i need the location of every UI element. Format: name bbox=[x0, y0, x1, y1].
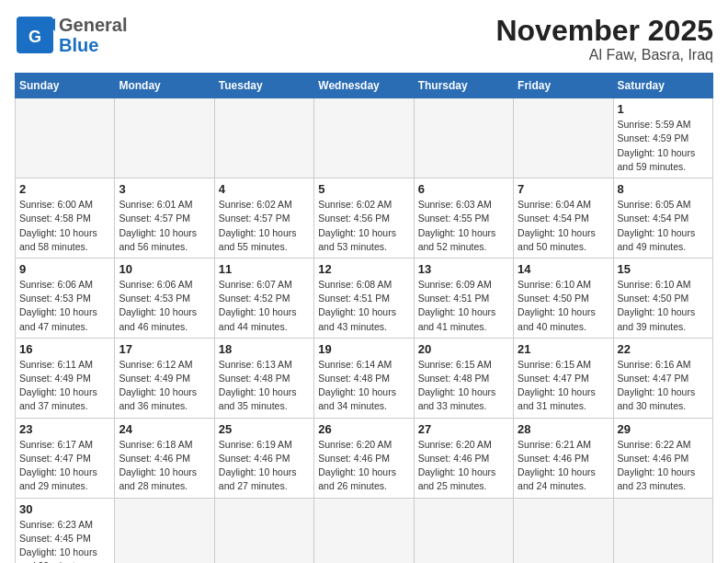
day-number: 26 bbox=[318, 422, 409, 436]
day-info: Sunrise: 6:03 AMSunset: 4:55 PMDaylight:… bbox=[418, 198, 509, 254]
day-number: 2 bbox=[19, 182, 110, 196]
day-number: 6 bbox=[418, 182, 509, 196]
day-info: Sunrise: 6:14 AMSunset: 4:48 PMDaylight:… bbox=[318, 358, 409, 414]
calendar-cell: 30Sunrise: 6:23 AMSunset: 4:45 PMDayligh… bbox=[16, 498, 115, 563]
day-number: 10 bbox=[119, 262, 210, 276]
calendar-cell: 22Sunrise: 6:16 AMSunset: 4:47 PMDayligh… bbox=[613, 338, 712, 418]
logo-blue: Blue bbox=[59, 35, 98, 55]
day-number: 25 bbox=[219, 422, 310, 436]
day-number: 14 bbox=[518, 262, 609, 276]
day-info: Sunrise: 6:10 AMSunset: 4:50 PMDaylight:… bbox=[518, 278, 609, 334]
calendar-cell bbox=[214, 98, 313, 178]
calendar-table: SundayMondayTuesdayWednesdayThursdayFrid… bbox=[15, 73, 713, 563]
day-info: Sunrise: 6:20 AMSunset: 4:46 PMDaylight:… bbox=[418, 438, 509, 494]
calendar-cell: 24Sunrise: 6:18 AMSunset: 4:46 PMDayligh… bbox=[115, 418, 214, 498]
calendar-cell bbox=[414, 498, 513, 563]
day-info: Sunrise: 6:20 AMSunset: 4:46 PMDaylight:… bbox=[318, 438, 409, 494]
header-tuesday: Tuesday bbox=[214, 74, 313, 98]
calendar-cell: 2Sunrise: 6:00 AMSunset: 4:58 PMDaylight… bbox=[16, 178, 115, 259]
logo-general: General bbox=[59, 15, 127, 35]
day-number: 12 bbox=[318, 262, 409, 276]
day-number: 11 bbox=[219, 262, 310, 276]
day-info: Sunrise: 6:01 AMSunset: 4:57 PMDaylight:… bbox=[119, 198, 210, 254]
calendar-cell: 12Sunrise: 6:08 AMSunset: 4:51 PMDayligh… bbox=[314, 258, 414, 338]
calendar-week-row: 23Sunrise: 6:17 AMSunset: 4:47 PMDayligh… bbox=[16, 418, 713, 498]
day-info: Sunrise: 5:59 AMSunset: 4:59 PMDaylight:… bbox=[618, 118, 709, 174]
calendar-cell: 19Sunrise: 6:14 AMSunset: 4:48 PMDayligh… bbox=[314, 338, 414, 418]
day-number: 29 bbox=[618, 422, 709, 436]
month-title: November 2025 bbox=[495, 15, 713, 47]
calendar-week-row: 16Sunrise: 6:11 AMSunset: 4:49 PMDayligh… bbox=[16, 338, 713, 418]
calendar-cell: 27Sunrise: 6:20 AMSunset: 4:46 PMDayligh… bbox=[414, 418, 513, 498]
day-info: Sunrise: 6:18 AMSunset: 4:46 PMDaylight:… bbox=[119, 438, 210, 494]
day-info: Sunrise: 6:09 AMSunset: 4:51 PMDaylight:… bbox=[418, 278, 509, 334]
header-wednesday: Wednesday bbox=[314, 74, 414, 98]
day-info: Sunrise: 6:15 AMSunset: 4:47 PMDaylight:… bbox=[518, 358, 609, 414]
day-number: 28 bbox=[518, 422, 609, 436]
day-number: 24 bbox=[119, 422, 210, 436]
day-info: Sunrise: 6:04 AMSunset: 4:54 PMDaylight:… bbox=[518, 198, 609, 254]
day-info: Sunrise: 6:08 AMSunset: 4:51 PMDaylight:… bbox=[318, 278, 409, 334]
location-title: Al Faw, Basra, Iraq bbox=[495, 47, 713, 63]
day-number: 5 bbox=[318, 182, 409, 196]
calendar-cell: 6Sunrise: 6:03 AMSunset: 4:55 PMDaylight… bbox=[414, 178, 513, 259]
day-number: 7 bbox=[518, 182, 609, 196]
day-number: 17 bbox=[119, 342, 210, 356]
day-info: Sunrise: 6:19 AMSunset: 4:46 PMDaylight:… bbox=[219, 438, 310, 494]
day-info: Sunrise: 6:00 AMSunset: 4:58 PMDaylight:… bbox=[19, 198, 110, 254]
calendar-cell bbox=[414, 98, 513, 178]
day-info: Sunrise: 6:11 AMSunset: 4:49 PMDaylight:… bbox=[19, 358, 110, 414]
header-monday: Monday bbox=[115, 74, 214, 98]
day-number: 19 bbox=[318, 342, 409, 356]
day-number: 27 bbox=[418, 422, 509, 436]
day-number: 9 bbox=[19, 262, 110, 276]
calendar-cell: 10Sunrise: 6:06 AMSunset: 4:53 PMDayligh… bbox=[115, 258, 214, 338]
day-number: 3 bbox=[119, 182, 210, 196]
title-area: November 2025 Al Faw, Basra, Iraq bbox=[495, 15, 713, 63]
day-info: Sunrise: 6:10 AMSunset: 4:50 PMDaylight:… bbox=[618, 278, 709, 334]
calendar-week-row: 9Sunrise: 6:06 AMSunset: 4:53 PMDaylight… bbox=[16, 258, 713, 338]
day-number: 20 bbox=[418, 342, 509, 356]
calendar-cell bbox=[314, 98, 414, 178]
header-saturday: Saturday bbox=[613, 74, 712, 98]
calendar-cell bbox=[514, 498, 613, 563]
calendar-cell: 11Sunrise: 6:07 AMSunset: 4:52 PMDayligh… bbox=[214, 258, 313, 338]
day-info: Sunrise: 6:05 AMSunset: 4:54 PMDaylight:… bbox=[618, 198, 709, 254]
calendar-cell: 26Sunrise: 6:20 AMSunset: 4:46 PMDayligh… bbox=[314, 418, 414, 498]
day-number: 4 bbox=[219, 182, 310, 196]
calendar-cell: 4Sunrise: 6:02 AMSunset: 4:57 PMDaylight… bbox=[214, 178, 313, 259]
calendar-cell: 13Sunrise: 6:09 AMSunset: 4:51 PMDayligh… bbox=[414, 258, 513, 338]
day-number: 22 bbox=[618, 342, 709, 356]
calendar-cell: 7Sunrise: 6:04 AMSunset: 4:54 PMDaylight… bbox=[514, 178, 613, 259]
day-number: 13 bbox=[418, 262, 509, 276]
header-sunday: Sunday bbox=[16, 74, 115, 98]
day-info: Sunrise: 6:16 AMSunset: 4:47 PMDaylight:… bbox=[618, 358, 709, 414]
calendar-cell: 25Sunrise: 6:19 AMSunset: 4:46 PMDayligh… bbox=[214, 418, 313, 498]
day-number: 23 bbox=[19, 422, 110, 436]
calendar-week-row: 2Sunrise: 6:00 AMSunset: 4:58 PMDaylight… bbox=[16, 178, 713, 259]
day-info: Sunrise: 6:02 AMSunset: 4:56 PMDaylight:… bbox=[318, 198, 409, 254]
calendar-cell: 20Sunrise: 6:15 AMSunset: 4:48 PMDayligh… bbox=[414, 338, 513, 418]
calendar-cell bbox=[115, 98, 214, 178]
calendar-cell bbox=[16, 98, 115, 178]
calendar-header-row: SundayMondayTuesdayWednesdayThursdayFrid… bbox=[16, 74, 713, 98]
calendar-cell: 1Sunrise: 5:59 AMSunset: 4:59 PMDaylight… bbox=[613, 98, 712, 178]
day-info: Sunrise: 6:23 AMSunset: 4:45 PMDaylight:… bbox=[19, 518, 110, 563]
calendar-cell: 9Sunrise: 6:06 AMSunset: 4:53 PMDaylight… bbox=[16, 258, 115, 338]
day-info: Sunrise: 6:17 AMSunset: 4:47 PMDaylight:… bbox=[19, 438, 110, 494]
calendar-cell: 16Sunrise: 6:11 AMSunset: 4:49 PMDayligh… bbox=[16, 338, 115, 418]
calendar-week-row: 30Sunrise: 6:23 AMSunset: 4:45 PMDayligh… bbox=[16, 498, 713, 563]
calendar-cell: 21Sunrise: 6:15 AMSunset: 4:47 PMDayligh… bbox=[514, 338, 613, 418]
calendar-cell: 3Sunrise: 6:01 AMSunset: 4:57 PMDaylight… bbox=[115, 178, 214, 259]
calendar-cell: 17Sunrise: 6:12 AMSunset: 4:49 PMDayligh… bbox=[115, 338, 214, 418]
day-number: 18 bbox=[219, 342, 310, 356]
calendar-cell bbox=[115, 498, 214, 563]
calendar-week-row: 1Sunrise: 5:59 AMSunset: 4:59 PMDaylight… bbox=[16, 98, 713, 178]
calendar-cell bbox=[214, 498, 313, 563]
day-info: Sunrise: 6:07 AMSunset: 4:52 PMDaylight:… bbox=[219, 278, 310, 334]
calendar-cell: 29Sunrise: 6:22 AMSunset: 4:46 PMDayligh… bbox=[613, 418, 712, 498]
header-friday: Friday bbox=[514, 74, 613, 98]
day-info: Sunrise: 6:02 AMSunset: 4:57 PMDaylight:… bbox=[219, 198, 310, 254]
header-thursday: Thursday bbox=[414, 74, 513, 98]
day-number: 30 bbox=[19, 502, 110, 516]
